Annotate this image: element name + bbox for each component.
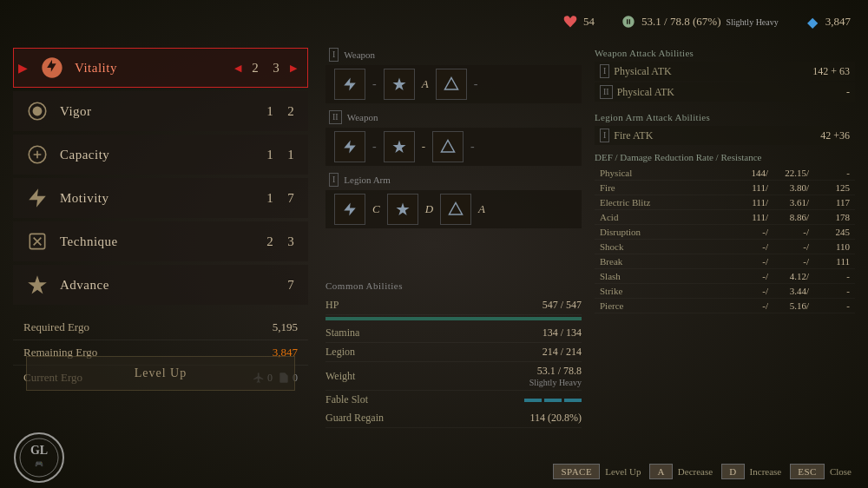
fable-bar-2 — [544, 399, 562, 402]
stamina-label: Stamina — [326, 326, 359, 340]
space-label: Level Up — [605, 466, 641, 477]
advance-icon — [23, 271, 51, 299]
def-acid: Acid 111/ 8.86/ 178 — [595, 210, 855, 225]
weapon-1-slots: - A - — [326, 65, 582, 103]
slot-blade-2 — [384, 131, 415, 162]
stat-vitality-values: ◀ 2 3 ▶ — [234, 61, 297, 76]
bottom-controls: SPACE Level Up A Decrease D Increase ESC… — [553, 464, 855, 479]
weapon-1-header: I Weapon — [326, 48, 582, 62]
stat-technique-label: Technique — [60, 234, 263, 249]
stat-technique-values: 2 3 — [263, 234, 298, 249]
fable-bar-1 — [524, 399, 542, 402]
hp-value: 547 / 547 — [542, 299, 582, 312]
guard-regain-value: 114 (20.8%) — [529, 412, 582, 425]
fable-slot-label: Fable Slot — [326, 393, 368, 406]
def-electric: Electric Blitz 111/ 3.61/ 117 — [595, 195, 855, 210]
stat-capacity-values: 1 1 — [263, 148, 298, 162]
attack-label-1: I Physical ATK — [600, 64, 672, 78]
attack-value-2: - — [846, 86, 850, 99]
stat-vigor[interactable]: Vigor 1 2 — [13, 91, 308, 131]
attack-row-2: II Physical ATK - — [595, 82, 855, 102]
weight-bar: Slightly Heavy — [726, 17, 778, 27]
arrow-left: ◀ — [234, 63, 241, 74]
required-ergo-label: Required Ergo — [23, 320, 89, 334]
fable-bars — [524, 399, 582, 402]
esc-label: Close — [830, 466, 852, 477]
legion-attack-row-1: I Fire ATK 42 +36 — [595, 126, 855, 145]
slot-circle-2 — [432, 131, 464, 162]
weapon-2-header: II Weapon — [326, 110, 582, 124]
left-panel: ▶ Vitality ◀ 2 3 ▶ Vigor 1 2 Capacity 1 … — [13, 48, 308, 439]
common-abilities: Common Abilities HP 547 / 547 Stamina 13… — [326, 280, 582, 428]
d-key[interactable]: D — [721, 464, 744, 479]
stat-vitality[interactable]: ▶ Vitality ◀ 2 3 ▶ — [13, 48, 308, 88]
weight-row: Weight 53.1 / 78.8 Slightly Heavy — [326, 362, 582, 391]
hp-label: HP — [326, 299, 339, 312]
fable-slot-row: Fable Slot — [326, 391, 582, 409]
legion-label: Legion — [326, 346, 355, 359]
weapon-2-label: Weapon — [347, 112, 378, 122]
stat-vigor-label: Vigor — [60, 104, 263, 119]
space-key[interactable]: SPACE — [553, 464, 600, 479]
weight-value-container: 53.1 / 78.8 Slightly Heavy — [529, 365, 582, 387]
stat-advance[interactable]: Advance 7 — [13, 265, 308, 305]
hp-icon — [562, 14, 578, 30]
stat-motivity[interactable]: Motivity 1 7 — [13, 178, 308, 218]
hp-bar-container — [326, 317, 582, 320]
svg-point-4 — [15, 433, 63, 482]
ergo-value: 3,847 — [825, 15, 851, 29]
legion-value: 214 / 214 — [542, 346, 582, 359]
slot-grade-a2: - — [422, 140, 425, 154]
stat-vitality-label: Vitality — [75, 61, 234, 76]
guard-regain-label: Guard Regain — [326, 412, 384, 425]
svg-text:GL: GL — [30, 444, 48, 457]
a-key[interactable]: A — [649, 464, 672, 479]
d-label: Increase — [750, 466, 782, 477]
stat-motivity-values: 1 7 — [263, 191, 298, 206]
legion-row: Legion 214 / 214 — [326, 343, 582, 362]
stat-advance-values: 7 — [284, 278, 298, 293]
legion-attack-value-1: 42 +36 — [820, 129, 850, 142]
stat-capacity-label: Capacity — [60, 148, 263, 162]
slot-grade-d: D — [425, 202, 433, 216]
svg-marker-9 — [442, 141, 455, 153]
guard-regain-row: Guard Regain 114 (20.8%) — [326, 409, 582, 428]
stat-capacity[interactable]: Capacity 1 1 — [13, 135, 308, 175]
slot-lightning-3 — [334, 194, 365, 225]
weapons-panel: I Weapon - A - II Weapon - — [326, 48, 582, 428]
def-slash: Slash -/ 4.12/ - — [595, 269, 855, 284]
defense-section: DEF / Damage Reduction Rate / Resistance… — [595, 152, 855, 313]
ergo-icon: ◆ — [805, 14, 820, 30]
slot-circle-1 — [436, 69, 467, 100]
def-shock: Shock -/ -/ 110 — [595, 240, 855, 254]
slot-blade-3 — [387, 194, 418, 225]
stat-motivity-label: Motivity — [60, 191, 263, 206]
legion-arm-header: I Legion Arm — [326, 173, 582, 187]
hp-stat: 54 — [562, 14, 595, 30]
legion-arm-section: I Legion Arm C D A — [326, 173, 582, 228]
weight-label: Weight — [326, 370, 355, 383]
vitality-icon — [38, 54, 66, 82]
hp-value: 54 — [583, 15, 595, 29]
slot-lightning-2 — [334, 131, 365, 162]
stamina-row: Stamina 134 / 134 — [326, 324, 582, 343]
slot-grade-a3: A — [478, 202, 485, 216]
esc-key[interactable]: ESC — [790, 464, 825, 479]
level-up-button[interactable]: Level Up — [26, 356, 295, 391]
load-stat: 53.1 / 78.8 (67%) Slightly Heavy — [621, 14, 779, 30]
watermark: GL 🎮 — [13, 432, 65, 484]
hp-bar — [326, 317, 582, 320]
slot-grade-a1: A — [422, 77, 429, 91]
stamina-value: 134 / 134 — [542, 326, 582, 340]
def-strike: Strike -/ 3.44/ - — [595, 284, 855, 299]
motivity-icon — [23, 184, 51, 212]
stat-technique[interactable]: Technique 2 3 — [13, 221, 308, 261]
def-pierce: Pierce -/ 5.16/ - — [595, 299, 855, 313]
vigor-icon — [23, 97, 51, 125]
svg-marker-10 — [450, 203, 463, 215]
right-panel: Weapon Attack Abilities I Physical ATK 1… — [595, 48, 855, 313]
attack-value-1: 142 + 63 — [812, 65, 850, 78]
weapon-1-label: Weapon — [344, 49, 375, 60]
ergo-stat: ◆ 3,847 — [805, 14, 851, 30]
weapon-attack-section: Weapon Attack Abilities I Physical ATK 1… — [595, 48, 855, 102]
